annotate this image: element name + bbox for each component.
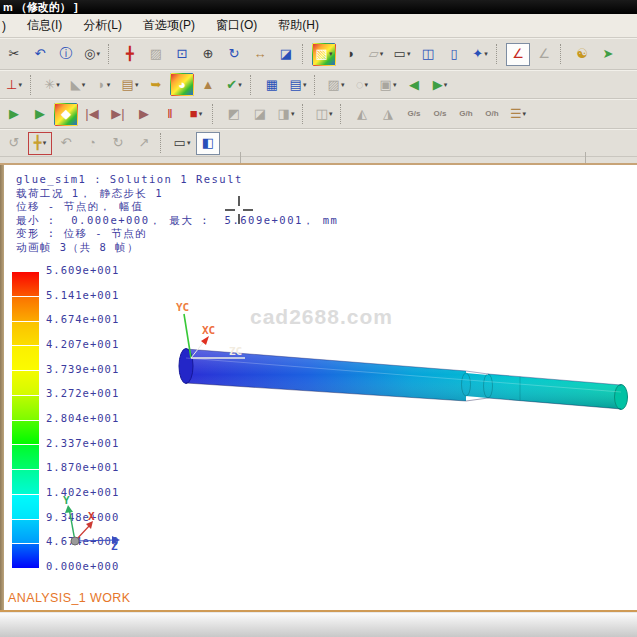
dropdown-arrow-icon[interactable]: ▾: [365, 75, 369, 95]
dropdown-arrow-icon[interactable]: ▾: [523, 104, 527, 124]
fit-view-icon[interactable]: ╋: [118, 43, 142, 66]
box-disabled-icon[interactable]: ▣▾: [376, 73, 400, 96]
animation1-disabled-icon[interactable]: ◩: [222, 103, 246, 126]
orient-csys-icon[interactable]: ∠: [506, 43, 530, 66]
stop-icon[interactable]: ■▾: [184, 103, 208, 126]
animation2-disabled-icon[interactable]: ◪: [248, 103, 272, 126]
dropdown-arrow-icon[interactable]: ▾: [484, 44, 488, 64]
tag-disabled-icon[interactable]: ◌▾: [350, 73, 374, 96]
gh-result-icon[interactable]: G/h: [454, 103, 478, 126]
region-disabled-icon[interactable]: ◗▾: [92, 73, 116, 96]
dropdown-arrow-icon[interactable]: ▾: [407, 44, 411, 64]
forward-arrow-icon[interactable]: ▶: [28, 103, 52, 126]
next-arrow-icon[interactable]: ▶▾: [428, 73, 452, 96]
triad-x-label: X: [88, 510, 95, 523]
clip-section-icon[interactable]: ◫: [416, 43, 440, 66]
gauge-disabled-icon[interactable]: ◔: [80, 132, 104, 155]
check-icon[interactable]: ✔▾: [222, 73, 246, 96]
gs-result-icon[interactable]: G/s: [402, 103, 426, 126]
dropdown-arrow-icon[interactable]: ▾: [56, 75, 60, 95]
undo-disabled-icon[interactable]: ↶: [54, 132, 78, 155]
dropdown-arrow-icon[interactable]: ▾: [341, 75, 345, 95]
new-section-icon[interactable]: ✦▾: [468, 43, 492, 66]
toolbar-separator: [496, 44, 501, 64]
undo-icon[interactable]: ↶: [28, 43, 52, 66]
menu-item[interactable]: 帮助(H): [278, 17, 319, 34]
calculator-icon[interactable]: ▦: [260, 73, 284, 96]
drag-disabled-icon[interactable]: ↗: [132, 132, 156, 155]
csys-disabled-icon[interactable]: ∠: [532, 43, 556, 66]
snap-point-icon[interactable]: ╋▾: [28, 132, 52, 155]
dropdown-arrow-icon[interactable]: ▾: [291, 104, 295, 124]
play-icon[interactable]: ▶: [132, 103, 156, 126]
face-disabled-icon[interactable]: ◣▾: [66, 73, 90, 96]
dropdown-arrow-icon[interactable]: ▾: [199, 104, 203, 124]
csys-origin-ball: [71, 537, 79, 545]
shaft-model[interactable]: [179, 349, 628, 410]
dropdown-arrow-icon[interactable]: ▾: [82, 75, 86, 95]
zoom-in-out-icon[interactable]: ⊕: [196, 43, 220, 66]
cut-icon[interactable]: ✂: [2, 43, 26, 66]
role-palette-icon[interactable]: ☯: [570, 43, 594, 66]
result1-disabled-icon[interactable]: ◭: [350, 103, 374, 126]
zoom-box-icon[interactable]: ⊡: [170, 43, 194, 66]
mesh-icon[interactable]: ▲: [196, 73, 220, 96]
result2-disabled-icon[interactable]: ◮: [376, 103, 400, 126]
menu-item[interactable]: 信息(I): [27, 17, 62, 34]
return-arrow-icon[interactable]: ▶: [2, 103, 26, 126]
dropdown-arrow-icon[interactable]: ▾: [329, 44, 333, 64]
prev-arrow-icon[interactable]: ◀: [402, 73, 426, 96]
dropdown-arrow-icon[interactable]: ▾: [380, 44, 384, 64]
rotate-disabled-icon[interactable]: ↻: [106, 132, 130, 155]
zoom-disabled-icon[interactable]: ▨: [144, 43, 168, 66]
dropdown-arrow-icon[interactable]: ▾: [135, 75, 139, 95]
pan-view-icon[interactable]: ↔: [248, 43, 272, 66]
dropdown-arrow-icon[interactable]: ▾: [238, 75, 242, 95]
post-process-icon[interactable]: ◆: [54, 103, 78, 126]
model-setup-icon[interactable]: ◕: [170, 73, 194, 96]
oh-result-icon[interactable]: O/h: [480, 103, 504, 126]
background-color-icon[interactable]: ▭▾: [390, 43, 414, 66]
model-scene[interactable]: YC XC ZC Y X Z: [0, 165, 637, 610]
clip-plane-icon[interactable]: ▯: [442, 43, 466, 66]
menu-item[interactable]: ): [2, 19, 6, 33]
graphics-viewport[interactable]: cad2688.com glue_sim1 : Solution 1 Resul…: [0, 165, 637, 610]
find-binoculars-icon[interactable]: ◎▾: [80, 43, 104, 66]
dropdown-arrow-icon[interactable]: ▾: [43, 133, 47, 153]
section-view-icon[interactable]: ▱▾: [364, 43, 388, 66]
dropdown-arrow-icon[interactable]: ▾: [18, 75, 22, 95]
constraint-icon[interactable]: ⊥▾: [2, 73, 26, 96]
mold-disabled-icon[interactable]: ◫▾: [312, 103, 336, 126]
shaded-view-icon[interactable]: ▧▾: [312, 43, 336, 66]
cleanup-disabled-icon[interactable]: ▨▾: [324, 73, 348, 96]
dropdown-arrow-icon[interactable]: ▾: [393, 75, 397, 95]
dropdown-arrow-icon[interactable]: ▾: [107, 75, 111, 95]
dropdown-arrow-icon[interactable]: ▾: [303, 75, 307, 95]
list-report-icon[interactable]: ☰▾: [506, 103, 530, 126]
render-style-icon[interactable]: ◑: [338, 43, 362, 66]
dropdown-arrow-icon[interactable]: ▾: [187, 133, 191, 153]
dropdown-arrow-icon[interactable]: ▾: [96, 44, 100, 64]
dropdown-arrow-icon[interactable]: ▾: [329, 104, 333, 124]
os-result-icon[interactable]: O/s: [428, 103, 452, 126]
pause-icon[interactable]: ‖: [158, 103, 182, 126]
info-history-icon[interactable]: ⓘ: [54, 43, 78, 66]
sketch-disabled-icon[interactable]: ↺: [2, 132, 26, 155]
animation3-disabled-icon[interactable]: ◨▾: [274, 103, 298, 126]
rotate-view-icon[interactable]: ↻: [222, 43, 246, 66]
menu-item[interactable]: 窗口(O): [216, 17, 257, 34]
dropdown-arrow-icon[interactable]: ▾: [444, 75, 448, 95]
point-set-disabled-icon[interactable]: ✳▾: [40, 73, 64, 96]
select-rect-icon[interactable]: ▭▾: [170, 132, 194, 155]
last-frame-icon[interactable]: ▶|: [106, 103, 130, 126]
perspective-icon[interactable]: ◪: [274, 43, 298, 66]
form-input-icon[interactable]: ▤▾: [118, 73, 142, 96]
clipped-edge-icon[interactable]: ➤: [596, 43, 620, 66]
first-frame-icon[interactable]: |◀: [80, 103, 104, 126]
title-bar[interactable]: m （修改的） ]: [0, 0, 637, 14]
menu-item[interactable]: 首选项(P): [143, 17, 195, 34]
report-doc-icon[interactable]: ▤▾: [286, 73, 310, 96]
solution-key-icon[interactable]: ➥: [144, 73, 168, 96]
snapshot-cube-icon[interactable]: ◧: [196, 132, 220, 155]
menu-item[interactable]: 分析(L): [83, 17, 122, 34]
